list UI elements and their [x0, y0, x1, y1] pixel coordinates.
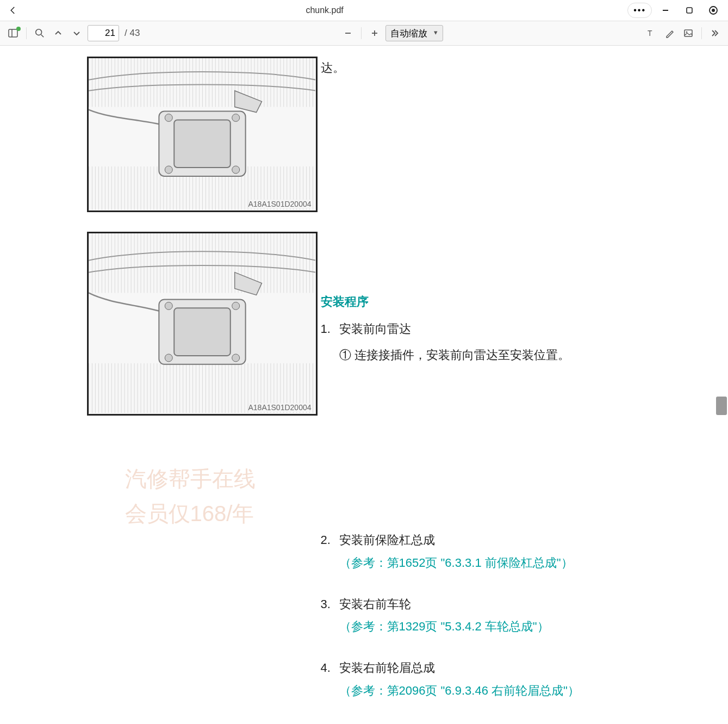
- svg-point-13: [686, 32, 688, 33]
- titlebar: chunk.pdf •••: [0, 0, 728, 21]
- step-title: 安装前保险杠总成: [339, 529, 680, 552]
- step-number: 3.: [321, 593, 339, 639]
- minus-icon: [344, 29, 352, 38]
- watermark: 汽修帮手在线 会员仅168/年: [125, 461, 256, 531]
- svg-line-7: [41, 35, 44, 37]
- zoom-out-button[interactable]: [340, 26, 356, 41]
- step-reference-link[interactable]: （参考：第1329页 "5.3.4.2 车轮总成"）: [339, 615, 680, 638]
- back-button[interactable]: [4, 2, 22, 19]
- svg-point-3: [712, 9, 715, 12]
- separator: [361, 27, 362, 39]
- zoom-select[interactable]: 自动缩放: [385, 25, 443, 41]
- zoom-select-wrap: 自动缩放: [385, 25, 443, 41]
- svg-rect-16: [89, 58, 316, 107]
- svg-point-32: [232, 354, 239, 362]
- search-button[interactable]: [32, 26, 47, 41]
- image-icon: [683, 28, 693, 38]
- chevron-double-right-icon: [710, 28, 720, 38]
- more-tools-button[interactable]: [707, 26, 723, 41]
- separator: [701, 27, 702, 39]
- step-1-sub: ① 连接接插件，安装前向雷达至安装位置。: [321, 344, 680, 367]
- notification-dot: [16, 27, 21, 31]
- scrollbar-thumb[interactable]: [716, 397, 727, 415]
- svg-text:T: T: [648, 29, 652, 38]
- section-title: 安装程序: [321, 290, 680, 313]
- svg-point-23: [232, 166, 239, 174]
- radar-diagram-1: [89, 58, 316, 210]
- minimize-button[interactable]: [655, 2, 676, 18]
- zoom-in-button[interactable]: [367, 26, 382, 41]
- radar-diagram-2: [89, 233, 316, 413]
- svg-point-20: [165, 114, 172, 122]
- step-1-number: 1.: [321, 318, 339, 341]
- watermark-line1: 汽修帮手在线: [125, 461, 256, 496]
- plus-icon: [370, 29, 379, 38]
- svg-rect-25: [89, 233, 316, 293]
- step-reference-link[interactable]: （参考：第1652页 "6.3.3.1 前保险杠总成"）: [339, 552, 680, 574]
- sidebar-toggle-button[interactable]: [5, 26, 21, 41]
- chevron-left-icon: [8, 5, 18, 15]
- step-item: 4.安装右前轮眉总成（参考：第2096页 "6.9.3.46 右前轮眉总成"）: [321, 657, 680, 702]
- step-reference-link[interactable]: （参考：第2096页 "6.9.3.46 右前轮眉总成"）: [339, 679, 680, 702]
- svg-rect-28: [174, 308, 230, 356]
- record-icon: [708, 5, 718, 15]
- chevron-up-icon: [54, 29, 63, 38]
- continuation-text: 达。: [321, 57, 680, 79]
- continuation-fragment: 达。: [321, 61, 345, 75]
- svg-rect-12: [685, 30, 692, 36]
- svg-point-6: [36, 29, 42, 35]
- figure-1-label: A18A1S01D20004: [248, 200, 312, 208]
- step-item: 2.安装前保险杠总成（参考：第1652页 "6.3.3.1 前保险杠总成"）: [321, 529, 680, 574]
- toolbar-right: T: [644, 26, 723, 41]
- more-button[interactable]: •••: [627, 3, 652, 18]
- step-number: 4.: [321, 657, 339, 702]
- step-title: 安装右前轮眉总成: [339, 657, 680, 679]
- toolbar-left: / 43: [5, 25, 140, 41]
- pdf-page: 达。: [16, 57, 712, 448]
- step-title: 安装右前车轮: [339, 593, 680, 616]
- svg-rect-1: [687, 8, 692, 13]
- svg-point-29: [165, 302, 172, 310]
- figure-2-label: A18A1S01D20004: [248, 403, 312, 412]
- pencil-icon: [665, 28, 675, 38]
- svg-rect-19: [174, 120, 231, 168]
- draw-tool-button[interactable]: [662, 26, 677, 41]
- step-1-title: 安装前向雷达: [339, 318, 411, 341]
- svg-point-22: [165, 166, 172, 174]
- svg-point-30: [232, 302, 239, 310]
- record-button[interactable]: [703, 2, 724, 18]
- chevron-down-icon: [72, 29, 81, 38]
- image-tool-button[interactable]: [681, 26, 696, 41]
- page-number-input[interactable]: [88, 25, 119, 41]
- titlebar-controls: •••: [627, 2, 724, 18]
- minimize-icon: [662, 7, 669, 14]
- toolbar-center: 自动缩放: [144, 25, 639, 41]
- window-title: chunk.pdf: [22, 5, 627, 15]
- step-item: 5.安装左前轮眉总成（参考：第2095页 "6.9.3.45 左前轮眉总成"）: [321, 721, 680, 724]
- text-icon: T: [646, 28, 656, 38]
- svg-rect-4: [9, 29, 17, 37]
- maximize-icon: [686, 7, 693, 14]
- figure-1: A18A1S01D20004: [87, 57, 318, 212]
- search-icon: [35, 28, 45, 38]
- app-window: chunk.pdf •••: [0, 0, 728, 724]
- step-number: 5.: [321, 721, 339, 724]
- pdf-viewport[interactable]: 达。: [0, 46, 728, 724]
- watermark-line2: 会员仅168/年: [125, 496, 256, 531]
- prev-page-button[interactable]: [51, 26, 66, 41]
- step-title: 安装左前轮眉总成: [339, 721, 680, 724]
- figure-2: A18A1S01D20004: [87, 232, 318, 416]
- step-item: 3.安装右前车轮（参考：第1329页 "5.3.4.2 车轮总成"）: [321, 593, 680, 639]
- next-page-button[interactable]: [69, 26, 84, 41]
- separator: [26, 27, 27, 39]
- steps-list: 2.安装前保险杠总成（参考：第1652页 "6.3.3.1 前保险杠总成"）3.…: [321, 529, 680, 724]
- maximize-button[interactable]: [679, 2, 700, 18]
- pdf-toolbar: / 43 自动缩放 T: [0, 21, 728, 46]
- step-1: 1. 安装前向雷达 ① 连接接插件，安装前向雷达至安装位置。: [321, 318, 680, 367]
- svg-point-21: [232, 114, 239, 122]
- svg-point-31: [165, 354, 172, 362]
- text-tool-button[interactable]: T: [644, 26, 659, 41]
- step-number: 2.: [321, 529, 339, 574]
- page-total-label: / 43: [125, 28, 140, 39]
